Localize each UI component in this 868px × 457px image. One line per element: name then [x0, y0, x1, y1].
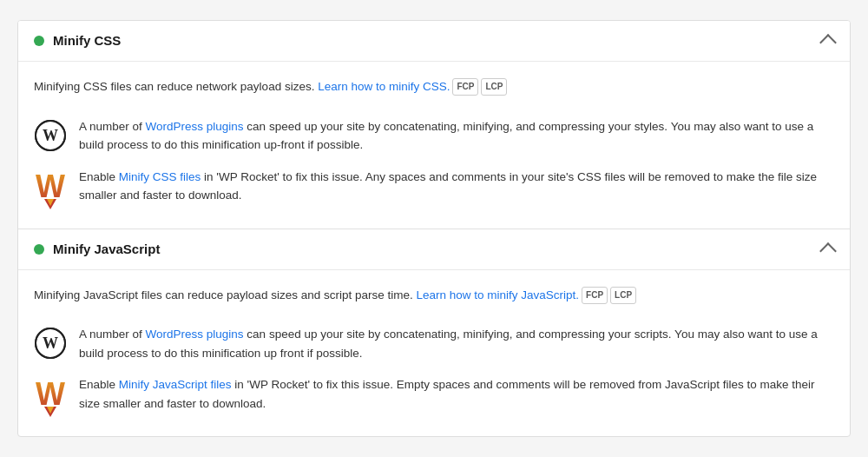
wordpress-icon: W [34, 327, 67, 363]
section-body-minify-css: Minifying CSS files can reduce network p… [18, 61, 850, 228]
badge-fcp: FCP [452, 78, 478, 96]
badge-lcp: LCP [610, 287, 636, 304]
item-link[interactable]: Minify CSS files [119, 170, 201, 183]
section-header-left-minify-js: Minify JavaScript [34, 242, 160, 256]
rocket-icon: W [34, 169, 67, 213]
section-minify-css: Minify CSSMinifying CSS files can reduce… [18, 21, 850, 229]
section-title: Minify CSS [53, 33, 121, 48]
section-header-left-minify-css: Minify CSS [34, 33, 121, 48]
item-text: Enable Minify CSS files in 'WP Rocket' t… [79, 168, 834, 205]
chevron-up-icon [819, 34, 837, 51]
section-header-minify-js[interactable]: Minify JavaScript [18, 229, 850, 269]
learn-how-link[interactable]: Learn how to minify CSS. [318, 80, 450, 93]
intro-text: Minifying CSS files can reduce network p… [34, 65, 834, 105]
section-minify-js: Minify JavaScriptMinifying JavaScript fi… [18, 229, 850, 437]
section-header-minify-css[interactable]: Minify CSS [18, 21, 850, 61]
item-text: A number of WordPress plugins can speed … [79, 117, 834, 155]
wordpress-icon: W [34, 119, 67, 156]
item-row-0: W A number of WordPress plugins can spee… [34, 117, 834, 156]
section-title: Minify JavaScript [53, 242, 160, 256]
status-dot-green [34, 36, 44, 46]
item-text: Enable Minify JavaScript files in 'WP Ro… [79, 375, 834, 413]
badge-lcp: LCP [481, 78, 507, 96]
item-link[interactable]: Minify JavaScript files [119, 378, 232, 391]
svg-text:W: W [43, 127, 58, 144]
badge-fcp: FCP [582, 287, 608, 304]
section-body-minify-js: Minifying JavaScript files can reduce pa… [18, 269, 850, 437]
status-dot-green [34, 244, 44, 255]
item-row-0: W A number of WordPress plugins can spee… [34, 325, 834, 363]
item-link[interactable]: WordPress plugins [146, 120, 244, 133]
item-row-1: W Enable Minify JavaScript files in 'WP … [34, 375, 834, 421]
item-row-1: W Enable Minify CSS files in 'WP Rocket'… [34, 168, 834, 213]
chevron-up-icon [819, 242, 837, 260]
main-container: Minify CSSMinifying CSS files can reduce… [17, 20, 851, 437]
item-text: A number of WordPress plugins can speed … [79, 325, 834, 362]
item-link[interactable]: WordPress plugins [146, 328, 244, 341]
intro-text: Minifying JavaScript files can reduce pa… [34, 274, 834, 314]
svg-text:W: W [43, 334, 58, 352]
learn-how-link[interactable]: Learn how to minify JavaScript. [416, 288, 579, 301]
rocket-icon: W [34, 377, 67, 421]
